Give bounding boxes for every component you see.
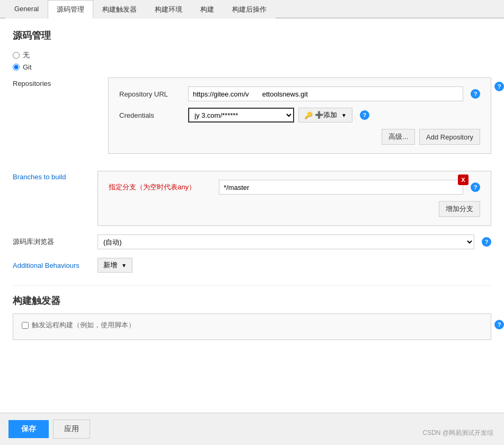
tab-build[interactable]: 构建 [191, 0, 223, 19]
add-repository-button[interactable]: Add Repository [419, 129, 480, 145]
tab-trigger[interactable]: 构建触发器 [93, 0, 146, 19]
credentials-controls: jy 3.com/****** 🔑 ➕添加 ▼ [188, 108, 352, 123]
repositories-body: Repository URL ? Credentials jy 3.com/**… [98, 77, 491, 162]
branch-input-wrap: X [219, 180, 463, 195]
radio-git: Git [13, 63, 491, 71]
key-icon: 🔑 [304, 111, 313, 119]
repo-buttons-row: 高级... Add Repository [119, 129, 480, 145]
branches-row: Branches to build 指定分支（为空时代表any） X ? 增加分… [13, 171, 491, 226]
radio-git-label: Git [23, 63, 32, 71]
watermark: CSDN @网易测试开发综 [422, 429, 493, 438]
browser-select[interactable]: (自动) [98, 234, 474, 249]
branches-form: 指定分支（为空时代表any） X ? 增加分支 [98, 171, 491, 226]
credentials-row: Credentials jy 3.com/****** 🔑 ➕添加 ▼ [119, 108, 480, 123]
trigger-checkbox[interactable] [22, 322, 29, 329]
branch-input[interactable] [219, 180, 463, 195]
radio-git-input[interactable] [13, 64, 20, 71]
tab-source[interactable]: 源码管理 [48, 0, 93, 19]
additional-label: Additional Behaviours [13, 261, 98, 269]
radio-group: 无 Git [13, 50, 491, 71]
trigger-row: 触发远程构建（例如，使用脚本） [22, 320, 482, 330]
tab-bar: General 源码管理 构建触发器 构建环境 构建 构建后操作 [0, 0, 504, 19]
new-behaviour-label: 新增 [103, 260, 117, 270]
page-title: 源码管理 [13, 29, 491, 42]
tab-post[interactable]: 构建后操作 [223, 0, 276, 19]
section-divider [13, 285, 491, 286]
branches-body: 指定分支（为空时代表any） X ? 增加分支 [98, 171, 491, 226]
repositories-row: Repositories Repository URL ? Credential… [13, 77, 491, 162]
radio-none-input[interactable] [13, 52, 20, 59]
add-credentials-button[interactable]: 🔑 ➕添加 ▼ [298, 108, 352, 123]
section2-title: 构建触发器 [13, 294, 491, 307]
url-label: Repository URL [119, 90, 188, 98]
advanced-button[interactable]: 高级... [382, 129, 415, 145]
add-credentials-label: ➕添加 [315, 110, 337, 120]
branches-buttons-row: 增加分支 [109, 201, 480, 217]
credentials-help-icon[interactable]: ? [360, 110, 369, 120]
browser-row: 源码库浏览器 (自动) ? [13, 234, 491, 249]
url-row: Repository URL ? [119, 86, 480, 101]
new-behaviour-chevron-icon: ▼ [121, 263, 127, 268]
branch-help-icon[interactable]: ? [471, 182, 480, 192]
save-button[interactable]: 保存 [8, 420, 49, 438]
trigger-form: 触发远程构建（例如，使用脚本） [13, 313, 491, 340]
bottom-bar: 保存 应用 [0, 413, 504, 443]
repositories-form: Repository URL ? Credentials jy 3.com/**… [108, 77, 491, 154]
radio-none-label: 无 [23, 50, 30, 60]
branch-field-label: 指定分支（为空时代表any） [109, 182, 215, 192]
trigger-body: 触发远程构建（例如，使用脚本） ? [13, 313, 491, 340]
chevron-down-icon: ▼ [341, 112, 347, 118]
credentials-label: Credentials [119, 111, 188, 119]
branches-label: Branches to build [13, 171, 98, 181]
credentials-select[interactable]: jy 3.com/****** [188, 108, 294, 123]
apply-button[interactable]: 应用 [53, 420, 90, 439]
url-input[interactable] [188, 86, 463, 101]
trigger-help-icon[interactable]: ? [494, 320, 504, 329]
add-branch-button[interactable]: 增加分支 [439, 201, 480, 217]
additional-row: Additional Behaviours 新增 ▼ [13, 258, 491, 273]
remove-branch-button[interactable]: X [458, 174, 468, 185]
repositories-help-icon[interactable]: ? [494, 82, 504, 91]
repositories-label: Repositories [13, 77, 98, 88]
trigger-section-row: 触发远程构建（例如，使用脚本） ? [13, 313, 491, 340]
trigger-label: 触发远程构建（例如，使用脚本） [32, 320, 135, 330]
radio-none: 无 [13, 50, 491, 60]
branch-field-row: 指定分支（为空时代表any） X ? [109, 180, 480, 195]
url-help-icon[interactable]: ? [471, 89, 480, 99]
browser-help-icon[interactable]: ? [482, 237, 491, 247]
browser-label: 源码库浏览器 [13, 237, 98, 247]
new-behaviour-button[interactable]: 新增 ▼ [98, 258, 132, 273]
browser-select-wrap: (自动) ? [98, 234, 491, 249]
tab-general[interactable]: General [5, 0, 48, 19]
tab-env[interactable]: 构建环境 [146, 0, 191, 19]
main-content: 源码管理 无 Git Repositories Repository URL ? [0, 19, 504, 443]
